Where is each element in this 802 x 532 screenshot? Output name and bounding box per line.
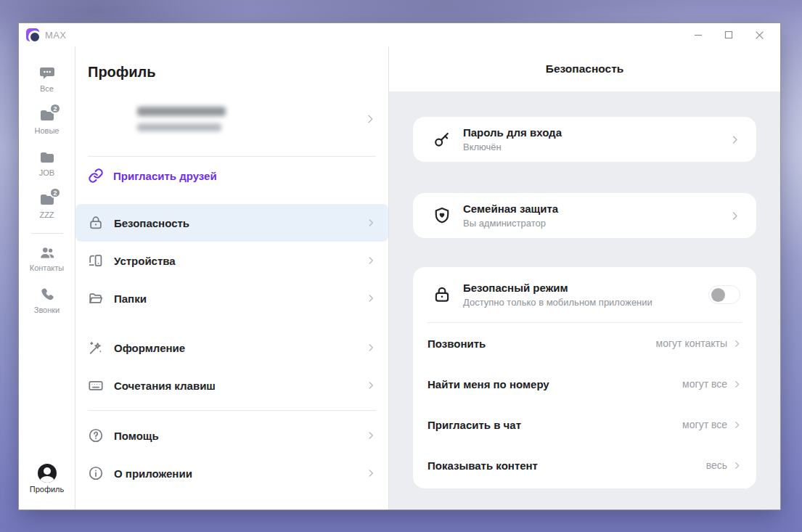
profile-info-redacted <box>137 107 226 131</box>
security-header: Безопасность <box>389 46 780 91</box>
titlebar: MAX <box>19 23 780 46</box>
chevron-right-icon <box>366 468 376 478</box>
privacy-row-value: весь <box>706 459 727 471</box>
menu-item-label: Устройства <box>114 255 176 267</box>
lock-icon <box>433 285 451 304</box>
menu-item-folders[interactable]: Папки <box>75 279 388 317</box>
link-icon <box>88 168 104 184</box>
privacy-row-value: могут контакты <box>656 337 727 349</box>
family-protection-card[interactable]: Семейная защита Вы администратор <box>413 193 756 238</box>
menu-item-label: Папки <box>114 292 147 305</box>
safe-mode-toggle[interactable] <box>708 285 740 304</box>
lock-icon <box>88 215 104 231</box>
menu-item-help[interactable]: Помощь <box>75 417 388 454</box>
sidebar-item-contacts[interactable]: Контакты <box>22 244 73 272</box>
menu-item-shortcuts[interactable]: Сочетания клавиш <box>75 367 388 404</box>
chevron-right-icon <box>732 339 742 348</box>
sidebar-item-job-folder[interactable]: JOB <box>22 149 73 177</box>
folder-icon: 2 <box>38 191 56 208</box>
profile-icon <box>38 464 57 483</box>
menu-item-appearance[interactable]: Оформление <box>75 329 388 367</box>
privacy-row-show-content[interactable]: Показывать контент весь <box>413 445 756 486</box>
sidebar-item-all-chats[interactable]: Все <box>22 65 73 93</box>
sidebar-item-profile[interactable]: Профиль <box>22 464 73 494</box>
security-title: Безопасность <box>546 62 624 75</box>
profile-account-row[interactable] <box>88 99 376 139</box>
profile-phone-blurred <box>137 123 221 131</box>
minimize-icon <box>694 30 703 39</box>
chevron-right-icon <box>366 218 376 228</box>
close-icon <box>755 30 764 40</box>
sidebar-item-label: Звонки <box>34 306 60 314</box>
page-title: Профиль <box>75 46 388 81</box>
invite-friends-label: Пригласить друзей <box>113 170 217 182</box>
sidebar-item-zzz-folder[interactable]: 2 ZZZ <box>22 191 73 219</box>
privacy-row-invite-to-chat[interactable]: Пригласить в чат могут все <box>413 404 756 445</box>
close-button[interactable] <box>744 25 774 45</box>
profile-panel: Профиль Пригласить друзей <box>75 46 389 510</box>
menu-item-security[interactable]: Безопасность <box>75 204 388 242</box>
shield-heart-icon <box>433 206 451 225</box>
folder-icon <box>38 149 56 166</box>
safe-mode-subtitle: Доступно только в мобильном приложении <box>463 297 652 308</box>
toggle-knob <box>711 288 725 302</box>
window-controls <box>683 25 774 45</box>
open-folder-icon <box>88 290 104 306</box>
password-card-title: Пароль для входа <box>463 126 562 139</box>
privacy-row-label: Найти меня по номеру <box>427 378 549 390</box>
menu-item-label: Сочетания клавиш <box>114 380 216 392</box>
sidebar-item-label: Контакты <box>30 263 65 272</box>
settings-menu: Безопасность Устройства Папки <box>75 204 388 492</box>
app-title: MAX <box>45 30 66 41</box>
safe-mode-title: Безопасный режим <box>463 282 652 294</box>
chevron-right-icon <box>732 420 742 430</box>
privacy-row-label: Показывать контент <box>427 459 538 472</box>
privacy-row-calls[interactable]: Позвонить могут контакты <box>413 323 756 364</box>
devices-icon <box>88 253 104 269</box>
chevron-right-icon <box>364 113 376 125</box>
privacy-row-label: Позвонить <box>427 337 486 350</box>
sidebar-item-calls[interactable]: Звонки <box>22 286 73 314</box>
chat-bubble-icon <box>38 65 56 82</box>
minimize-button[interactable] <box>683 25 713 45</box>
help-circle-icon <box>88 427 104 443</box>
chevron-right-icon <box>729 134 740 145</box>
menu-group-gap <box>75 317 388 329</box>
folder-icon: 2 <box>38 107 56 124</box>
privacy-row-value: могут все <box>682 378 727 390</box>
max-logo-icon <box>26 28 39 41</box>
chevron-right-icon <box>732 461 742 470</box>
sidebar-item-label: Все <box>40 84 54 93</box>
privacy-card: Безопасный режим Доступно только в мобил… <box>413 267 756 488</box>
chevron-right-icon <box>366 343 376 353</box>
invite-friends-link[interactable]: Пригласить друзей <box>75 157 388 195</box>
magic-wand-icon <box>88 340 104 356</box>
menu-item-label: Помощь <box>114 430 159 442</box>
chevron-right-icon <box>366 380 376 390</box>
phone-icon <box>38 286 56 303</box>
chevron-right-icon <box>732 380 742 389</box>
password-card-status: Включён <box>463 142 562 152</box>
password-card[interactable]: Пароль для входа Включён <box>413 117 756 162</box>
menu-item-devices[interactable]: Устройства <box>75 242 388 279</box>
safe-mode-row: Безопасный режим Доступно только в мобил… <box>413 267 756 322</box>
contacts-icon <box>38 244 56 261</box>
security-panel: Безопасность Пароль для входа Включён <box>389 46 780 510</box>
maximize-icon <box>724 30 733 39</box>
maximize-button[interactable] <box>713 25 744 45</box>
menu-item-label: Оформление <box>114 342 185 354</box>
menu-item-label: О приложении <box>114 467 192 480</box>
key-icon <box>433 130 451 149</box>
chevron-right-icon <box>729 210 740 221</box>
privacy-row-label: Пригласить в чат <box>427 419 521 431</box>
family-card-title: Семейная защита <box>463 202 558 215</box>
keyboard-icon <box>88 377 104 393</box>
profile-name-blurred <box>137 107 226 116</box>
user-avatar <box>88 99 127 139</box>
sidebar-item-new-folder[interactable]: 2 Новые <box>22 107 73 135</box>
privacy-row-find-by-number[interactable]: Найти меня по номеру могут все <box>413 364 756 404</box>
privacy-row-value: могут все <box>682 419 727 430</box>
menu-item-about[interactable]: О приложении <box>75 454 388 492</box>
menu-divider <box>88 410 376 411</box>
max-app-window: MAX Все 2 <box>18 22 781 510</box>
